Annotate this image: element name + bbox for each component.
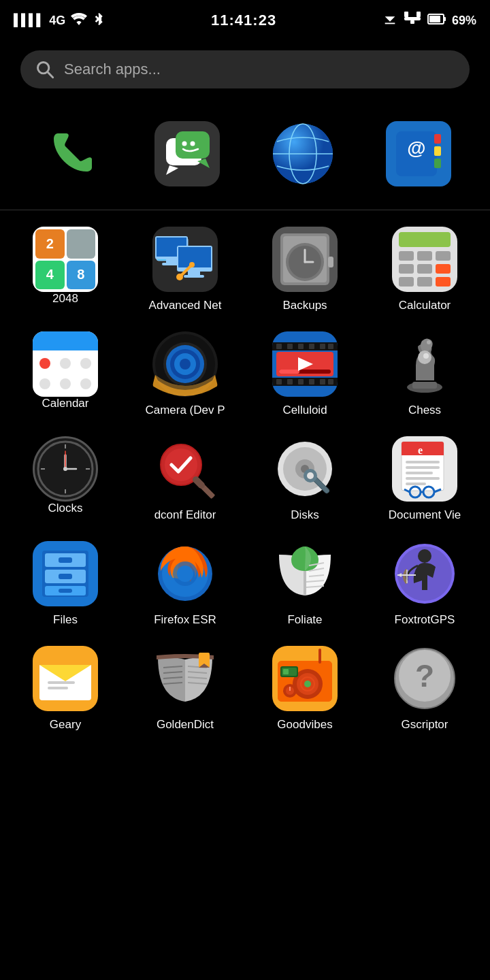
battery-icon [427,13,446,29]
app-label-document-viewer: Document Vie [370,508,479,522]
svg-point-90 [423,353,429,359]
app-phone[interactable] [35,112,108,196]
app-contacts[interactable]: @ [382,112,455,196]
svg-rect-6 [404,17,421,20]
svg-point-88 [427,340,431,344]
app-foxtrotgps[interactable]: FoxtrotGPS [365,532,485,636]
svg-rect-5 [385,22,395,24]
app-chatbot[interactable] [150,112,224,196]
app-camera-dev[interactable]: Camera (Dev P [125,322,245,427]
icon-2048: 2 4 8 [33,227,98,292]
svg-marker-4 [385,16,395,21]
svg-rect-24 [434,134,441,144]
app-advanced-net[interactable]: Advanced Net [125,217,245,322]
svg-point-99 [63,467,67,471]
svg-point-66 [180,359,191,370]
svg-rect-51 [399,251,414,261]
battery-percent: 69% [452,14,476,28]
app-chess[interactable]: Chess [365,322,485,427]
svg-rect-54 [399,264,414,274]
svg-rect-72 [298,344,304,349]
app-label-calculator: Calculator [370,299,479,312]
status-right: 69% [382,12,476,30]
svg-point-169 [304,681,311,687]
app-files[interactable]: Files [5,532,125,636]
svg-rect-25 [434,146,441,156]
svg-rect-52 [417,251,432,261]
svg-rect-77 [287,379,293,385]
svg-point-109 [307,472,314,479]
svg-rect-35 [178,247,211,267]
search-icon [35,60,54,79]
app-disks[interactable]: Disks [245,427,365,532]
app-label-dconf-editor: dconf Editor [131,508,240,522]
app-label-clocks: Clocks [11,502,120,515]
app-calendar[interactable]: Calendar [5,322,125,427]
contacts-icon: @ [386,121,451,186]
svg-rect-71 [287,344,293,349]
svg-rect-128 [59,557,72,563]
app-celluloid[interactable]: Celluloid [245,322,365,427]
app-gscriptor[interactable]: ? Gscriptor [365,636,485,741]
svg-rect-75 [328,344,333,349]
search-bar[interactable]: Search apps... [20,50,470,88]
svg-rect-78 [298,379,304,385]
svg-rect-80 [320,379,325,385]
clock: 11:41:23 [211,12,276,29]
app-backups[interactable]: Backups [245,217,365,322]
svg-point-145 [418,549,431,563]
search-bar-container: Search apps... [0,38,490,105]
svg-rect-69 [272,378,338,386]
svg-rect-7 [404,12,408,17]
app-calculator[interactable]: Calculator [365,217,485,322]
svg-rect-151 [48,681,75,684]
app-globe[interactable] [266,112,340,196]
svg-rect-118 [406,477,440,480]
app-2048[interactable]: 2 4 8 2048 [5,217,125,322]
app-document-viewer[interactable]: e Document Vie [365,427,485,532]
icon-goodvibes [272,646,338,711]
status-bar: ▌▌▌▌ 4G 11:41:23 [0,0,490,38]
svg-text:@: @ [407,137,425,159]
app-clocks[interactable]: Clocks [5,427,125,532]
app-goldendict[interactable]: GoldenDict [125,636,245,741]
app-dconf-editor[interactable]: dconf Editor [125,427,245,532]
app-geary[interactable]: Geary [5,636,125,741]
svg-rect-59 [436,277,451,287]
icon-gscriptor: ? [392,646,457,711]
svg-rect-26 [434,159,441,168]
app-goodvibes[interactable]: Goodvibes [245,636,365,741]
svg-rect-87 [412,382,437,389]
svg-rect-48 [328,257,333,267]
app-label-chess: Chess [370,404,479,417]
icon-clock [33,436,98,502]
svg-rect-12 [444,17,446,21]
svg-rect-70 [276,344,282,349]
svg-point-17 [182,142,187,146]
svg-rect-32 [166,259,177,263]
svg-line-103 [196,480,201,485]
svg-text:?: ? [415,658,434,693]
svg-rect-73 [309,344,314,349]
svg-rect-56 [436,264,451,274]
app-label-camera-dev: Camera (Dev P [131,404,240,417]
svg-rect-172 [283,669,289,674]
icon-foliate [272,541,338,606]
chatbot-icon [154,121,220,186]
app-foliate[interactable]: Foliate [245,532,365,636]
phone-icon [39,121,104,186]
icon-foxtrotgps [392,541,457,606]
signal-icon: ▌▌▌▌ [14,14,44,27]
svg-rect-173 [318,649,321,664]
icon-advanced-net [152,227,218,292]
app-firefox-esr[interactable]: Firefox ESR [125,532,245,636]
svg-rect-130 [59,574,72,579]
bluetooth-icon [93,12,105,30]
app-label-files: Files [11,613,120,627]
divider [0,210,490,210]
svg-line-3 [96,19,99,22]
svg-rect-68 [272,342,338,350]
svg-point-40 [189,262,195,267]
app-label-advanced-net: Advanced Net [131,299,240,312]
app-grid: 2 4 8 2048 [0,217,490,741]
